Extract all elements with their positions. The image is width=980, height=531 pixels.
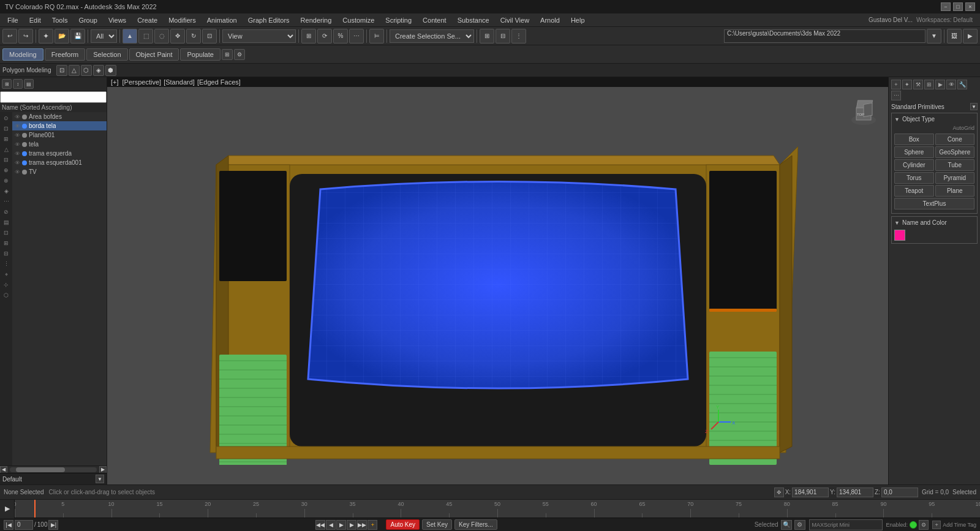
eye-icon-7[interactable]: 👁: [15, 169, 20, 175]
rp-name-color-toggle[interactable]: ▼: [894, 220, 900, 226]
move-button[interactable]: ✥: [170, 29, 185, 43]
rp-pyramid-btn[interactable]: Pyramid: [935, 172, 975, 184]
create-selection-select[interactable]: Create Selection Se...: [390, 29, 474, 43]
rp-dropdown-btn[interactable]: ▼: [970, 103, 978, 110]
undo-button[interactable]: ↩: [2, 29, 17, 43]
scene-icon-16[interactable]: ⌖: [1, 269, 11, 279]
render-btn[interactable]: ▶: [963, 29, 978, 43]
path-browse-btn[interactable]: ▼: [927, 29, 941, 43]
scene-icon-2[interactable]: ⊡: [1, 124, 11, 134]
layer-options-btn[interactable]: ▼: [96, 475, 104, 483]
next-frame-btn[interactable]: ▶: [347, 520, 356, 530]
menu-civil-view[interactable]: Civil View: [496, 15, 534, 25]
layers-btn[interactable]: ⊟: [496, 29, 510, 43]
scene-filter-btn[interactable]: ⊞: [2, 79, 12, 89]
snap-toggle[interactable]: ⊞: [301, 29, 316, 43]
menu-file[interactable]: File: [2, 15, 23, 25]
rp-motion-icon[interactable]: ▶: [935, 80, 945, 89]
menu-tools[interactable]: Tools: [47, 15, 73, 25]
render-frame-btn[interactable]: 🖼: [947, 29, 962, 43]
scene-item-plane001[interactable]: 👁 Plane001: [12, 130, 107, 140]
play-back-btn[interactable]: ◀◀: [315, 520, 325, 530]
tab-selection[interactable]: Selection: [86, 48, 127, 61]
scroll-right-btn[interactable]: ▶: [99, 466, 107, 473]
rp-sphere-btn[interactable]: Sphere: [894, 146, 934, 158]
sub-btn-4[interactable]: ◈: [93, 65, 104, 76]
filter-select[interactable]: All: [91, 29, 117, 43]
key-filters-btn[interactable]: Key Filters...: [454, 519, 497, 530]
frame-prev-btn[interactable]: |◀: [4, 520, 13, 530]
eye-icon-2[interactable]: 👁: [15, 123, 20, 129]
scene-icon-11[interactable]: ▤: [1, 217, 11, 227]
redo-button[interactable]: ↪: [18, 29, 33, 43]
scene-icon-13[interactable]: ⊞: [1, 238, 11, 248]
rp-modify-icon[interactable]: ⚒: [913, 80, 923, 89]
menu-help[interactable]: Help: [566, 15, 590, 25]
scene-icon-12[interactable]: ⊡: [1, 228, 11, 238]
eye-icon-3[interactable]: 👁: [15, 132, 20, 138]
maxscript-input[interactable]: MAXScript Mini: [809, 519, 883, 530]
viewport[interactable]: [+] [Perspective] [Standard] [Edged Face…: [107, 77, 888, 484]
scene-icon-18[interactable]: ⬡: [1, 290, 11, 300]
menu-arnold[interactable]: Arnold: [535, 15, 565, 25]
sub-btn-5[interactable]: ⬢: [105, 65, 116, 76]
rp-geosphere-btn[interactable]: GeoSphere: [935, 146, 975, 158]
frame-input[interactable]: [15, 520, 33, 530]
rp-extra-icon[interactable]: ⋯: [891, 91, 901, 100]
scene-icon-8[interactable]: ◈: [1, 186, 11, 196]
timeline-ruler[interactable]: 0510152025303540455055606570758085909510…: [15, 500, 980, 518]
scene-icon-7[interactable]: ⊗: [1, 176, 11, 186]
rp-create-icon[interactable]: ✦: [902, 80, 912, 89]
prev-frame-btn[interactable]: ◀: [326, 520, 336, 530]
new-scene-button[interactable]: ✦: [39, 29, 53, 43]
tab-freeform[interactable]: Freeform: [45, 48, 86, 61]
scene-item-area-boldes[interactable]: 👁 Area bofdes: [12, 112, 107, 121]
scene-item-tv[interactable]: 👁 TV: [12, 167, 107, 176]
menu-edit[interactable]: Edit: [24, 15, 46, 25]
menu-rendering[interactable]: Rendering: [296, 15, 337, 25]
rp-display-icon[interactable]: 👁: [946, 80, 956, 89]
rp-color-swatch[interactable]: [894, 230, 905, 241]
scene-icon-4[interactable]: △: [1, 145, 11, 154]
menu-content[interactable]: Content: [418, 15, 451, 25]
set-key-btn[interactable]: Set Key: [422, 519, 452, 530]
timeline-expand-btn[interactable]: ▶: [0, 500, 15, 518]
window-controls[interactable]: − □ ×: [941, 2, 975, 11]
tab-populate[interactable]: Populate: [180, 48, 220, 61]
scene-icon-15[interactable]: ⋮: [1, 259, 11, 269]
scene-sort-btn[interactable]: ↕: [13, 79, 23, 89]
rp-cone-btn[interactable]: Cone: [935, 134, 975, 145]
scene-icon-14[interactable]: ⊟: [1, 249, 11, 258]
menu-substance[interactable]: Substance: [453, 15, 494, 25]
scale-button[interactable]: ⊡: [202, 29, 217, 43]
sub-btn-2[interactable]: △: [69, 65, 80, 76]
z-input[interactable]: [881, 488, 918, 497]
sub-btn-3[interactable]: ⬡: [81, 65, 92, 76]
viewport-plus-icon[interactable]: [+]: [111, 78, 119, 86]
frame-next-btn[interactable]: ▶|: [48, 520, 58, 530]
scene-item-tela[interactable]: 👁 tela: [12, 140, 107, 149]
menu-animation[interactable]: Animation: [202, 15, 242, 25]
rp-cylinder-btn[interactable]: Cylinder: [894, 159, 934, 171]
snap-spinner[interactable]: ⋯: [349, 29, 364, 43]
scene-icon-6[interactable]: ⊕: [1, 165, 11, 175]
rp-plane-btn[interactable]: Plane: [935, 185, 975, 197]
scene-scroll-track[interactable]: [10, 467, 97, 472]
select-region-button[interactable]: ⬚: [138, 29, 153, 43]
scene-icon-1[interactable]: ⊙: [1, 113, 11, 123]
minimize-button[interactable]: −: [941, 2, 951, 11]
scene-item-trama-esquerda001[interactable]: 👁 trama esquerda001: [12, 158, 107, 167]
menu-create[interactable]: Create: [132, 15, 162, 25]
close-button[interactable]: ×: [965, 2, 975, 11]
select-button[interactable]: ▲: [123, 29, 137, 43]
snap-angle[interactable]: ⟳: [317, 29, 332, 43]
eye-icon-4[interactable]: 👁: [15, 141, 20, 148]
select-lasso-button[interactable]: ◌: [154, 29, 169, 43]
search-btn[interactable]: 🔍: [781, 520, 792, 530]
menu-modifiers[interactable]: Modifiers: [164, 15, 201, 25]
nav-cube[interactable]: TOP: [845, 96, 882, 132]
scene-icon-9[interactable]: ⋯: [1, 197, 11, 206]
tab-settings[interactable]: ⚙: [234, 49, 245, 60]
scroll-left-btn[interactable]: ◀: [0, 466, 7, 473]
rp-box-btn[interactable]: Box: [894, 134, 934, 145]
